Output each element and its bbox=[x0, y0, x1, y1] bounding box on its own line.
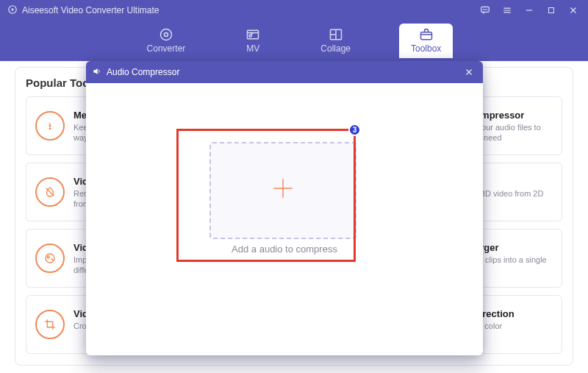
audio-compressor-modal: Audio Compressor 3 Add a audio to compre… bbox=[86, 61, 483, 355]
svg-rect-9 bbox=[248, 30, 259, 39]
app-logo-icon bbox=[7, 4, 18, 17]
svg-point-3 bbox=[483, 10, 484, 10]
modal-header: Audio Compressor bbox=[86, 61, 483, 83]
title-bar: Aiseesoft Video Converter Ultimate bbox=[0, 0, 588, 21]
tab-collage[interactable]: Collage bbox=[309, 24, 362, 58]
tab-mv[interactable]: MV bbox=[234, 24, 272, 58]
app-title: Aiseesoft Video Converter Ultimate bbox=[22, 5, 159, 15]
dropzone-caption: Add a audio to compress bbox=[86, 244, 483, 255]
svg-rect-12 bbox=[420, 32, 431, 40]
modal-title: Audio Compressor bbox=[107, 67, 179, 77]
main-tabs: Converter MV Collage Toolbox bbox=[0, 21, 588, 61]
modal-overlay: Audio Compressor 3 Add a audio to compre… bbox=[0, 61, 588, 373]
plus-icon bbox=[270, 176, 295, 205]
maximize-icon[interactable] bbox=[544, 3, 559, 18]
tab-label: Toolbox bbox=[411, 43, 441, 54]
modal-close-icon[interactable] bbox=[462, 65, 476, 79]
feedback-icon[interactable] bbox=[478, 3, 492, 18]
svg-marker-1 bbox=[12, 7, 14, 11]
svg-point-4 bbox=[485, 10, 486, 10]
svg-point-5 bbox=[487, 10, 487, 10]
window-controls bbox=[478, 3, 581, 18]
menu-icon[interactable] bbox=[500, 3, 514, 18]
close-icon[interactable] bbox=[566, 3, 581, 18]
svg-point-7 bbox=[160, 29, 171, 40]
title-bar-left: Aiseesoft Video Converter Ultimate bbox=[7, 4, 159, 17]
svg-rect-6 bbox=[549, 8, 554, 13]
tab-label: MV bbox=[246, 43, 259, 54]
speaker-icon bbox=[92, 66, 102, 79]
modal-body: 3 Add a audio to compress bbox=[86, 83, 483, 355]
main-area: Popular Tools Media Metadata Editor Keep… bbox=[0, 61, 588, 373]
minimize-icon[interactable] bbox=[522, 3, 537, 18]
tab-toolbox[interactable]: Toolbox bbox=[399, 24, 453, 58]
tab-converter[interactable]: Converter bbox=[135, 24, 198, 58]
tab-label: Converter bbox=[147, 43, 186, 54]
tab-label: Collage bbox=[320, 43, 351, 54]
add-audio-dropzone[interactable] bbox=[209, 142, 356, 239]
callout-step-badge: 3 bbox=[348, 124, 361, 136]
svg-point-8 bbox=[164, 33, 168, 37]
